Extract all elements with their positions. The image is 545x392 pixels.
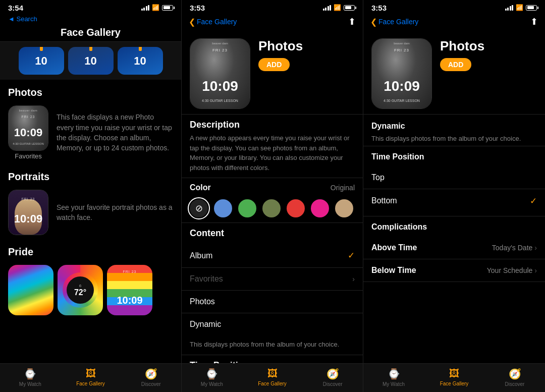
time-position-label-mid: Time Position bbox=[182, 355, 363, 364]
content-list-mid: Album ✓ Favorites › Photos Dynamic bbox=[182, 244, 363, 335]
hero-title-right: Photos bbox=[440, 38, 537, 54]
list-row-bottom[interactable]: Bottom ✓ bbox=[363, 189, 545, 213]
face-item-portraits[interactable]: FRI 23 10:09 See your favorite portrait … bbox=[0, 186, 181, 239]
list-row-top[interactable]: Top bbox=[363, 166, 545, 189]
time-position-list: Top Bottom ✓ bbox=[363, 166, 545, 213]
face-item-photos[interactable]: beaver dam FRI 23 10:09 4:30 GUITAR LESS… bbox=[0, 101, 181, 164]
my-watch-icon-right: ⌚ bbox=[388, 368, 400, 380]
hero-sub-right: 4:30 GUITAR LESSON bbox=[372, 99, 431, 102]
add-button-mid[interactable]: ADD bbox=[258, 58, 290, 71]
status-bar-mid: 3:53 📶 bbox=[182, 0, 363, 14]
face-gallery-icon-right: 🖼 bbox=[449, 368, 459, 379]
tab-my-watch-left[interactable]: ⌚ My Watch bbox=[0, 368, 61, 387]
signal-icon bbox=[141, 5, 150, 11]
status-time-right: 3:53 bbox=[371, 4, 387, 12]
discover-icon: 🧭 bbox=[145, 368, 157, 380]
tab-discover-label-right: Discover bbox=[505, 381, 525, 387]
wifi-icon-right: 📶 bbox=[516, 4, 523, 11]
description-text-mid: A new photo appears every time you raise… bbox=[182, 132, 363, 178]
tab-face-gallery-mid[interactable]: 🖼 Face Gallery bbox=[242, 368, 303, 387]
list-row-album[interactable]: Album ✓ bbox=[182, 244, 363, 268]
face-desc-portraits: See your favorite portrait photos as a w… bbox=[57, 202, 173, 223]
hero-sub-mid: 4:30 GUITAR LESSON bbox=[190, 99, 250, 102]
battery-icon-mid bbox=[344, 5, 355, 11]
watch-thumb-2[interactable]: 10 bbox=[68, 47, 114, 75]
swatch-olive-mid[interactable] bbox=[262, 199, 281, 217]
tab-bar-right: ⌚ My Watch 🖼 Face Gallery 🧭 Discover bbox=[363, 363, 545, 392]
content-title-mid: Content bbox=[182, 223, 363, 241]
face-hero-preview-right: beaver dam FRI 23 10:09 4:30 GUITAR LESS… bbox=[371, 38, 432, 109]
wifi-icon: 📶 bbox=[152, 4, 159, 11]
add-button-right[interactable]: ADD bbox=[440, 58, 471, 71]
above-time-label: Above Time bbox=[371, 243, 492, 252]
pride-thumb-3[interactable]: FRI 23 10:09 bbox=[107, 265, 152, 315]
nav-back-right[interactable]: ❮ Face Gallery bbox=[370, 17, 418, 27]
swatch-red-mid[interactable] bbox=[287, 199, 305, 217]
tab-discover-right[interactable]: 🧭 Discover bbox=[484, 368, 545, 387]
panel-mid: 3:53 📶 ❮ Face Gallery ⬆ bbox=[182, 0, 363, 392]
complication-below-time[interactable]: Below Time Your Schedule › bbox=[363, 259, 545, 282]
pride-thumb-1[interactable] bbox=[8, 265, 53, 315]
watch-thumb-1[interactable]: 10 bbox=[19, 47, 64, 75]
dynamic-section-right: Dynamic This displays photos from the al… bbox=[363, 115, 545, 146]
hero-info-mid: Photos ADD bbox=[258, 38, 355, 71]
list-row-favorites[interactable]: Favorites › bbox=[182, 268, 363, 291]
album-label: Album bbox=[190, 251, 348, 260]
tab-my-watch-label-left: My Watch bbox=[19, 381, 41, 387]
signal-icon-mid bbox=[323, 5, 332, 11]
tab-my-watch-mid[interactable]: ⌚ My Watch bbox=[182, 368, 242, 387]
search-back-left[interactable]: ◄ Search bbox=[0, 14, 181, 23]
below-time-chevron: › bbox=[534, 266, 537, 274]
pride-thumb-2[interactable]: 6 72° bbox=[58, 265, 103, 315]
face-desc-photos: This face displays a new Photo every tim… bbox=[57, 112, 173, 153]
battery-icon-right bbox=[526, 5, 537, 11]
tab-face-gallery-left[interactable]: 🖼 Face Gallery bbox=[61, 368, 121, 387]
section-photos-header: Photos bbox=[0, 80, 181, 101]
status-icons-right: 📶 bbox=[505, 4, 537, 11]
signal-icon-right bbox=[505, 5, 514, 11]
pride-row: 6 72° FRI 23 10:09 bbox=[0, 261, 181, 319]
tab-face-gallery-right[interactable]: 🖼 Face Gallery bbox=[424, 368, 484, 387]
section-pride-header: Pride bbox=[0, 239, 181, 261]
hero-info-right: Photos ADD bbox=[440, 38, 537, 71]
tab-discover-left[interactable]: 🧭 Discover bbox=[121, 368, 181, 387]
swatch-blue-mid[interactable] bbox=[214, 199, 232, 217]
favorites-chevron: › bbox=[352, 275, 355, 283]
share-button-mid[interactable]: ⬆ bbox=[348, 16, 356, 27]
watch-thumb-3[interactable]: 10 bbox=[118, 47, 163, 75]
description-title-mid: Description bbox=[182, 115, 363, 132]
tab-bar-mid: ⌚ My Watch 🖼 Face Gallery 🧭 Discover bbox=[182, 363, 363, 392]
hero-time-mid: 10:09 bbox=[190, 78, 250, 94]
panel-right: 3:53 📶 ❮ Face Gallery ⬆ bbox=[363, 0, 545, 392]
status-icons-mid: 📶 bbox=[323, 4, 355, 11]
hero-date-mid: FRI 23 bbox=[190, 48, 250, 52]
tab-my-watch-label-right: My Watch bbox=[383, 381, 405, 387]
discover-icon-right: 🧭 bbox=[509, 368, 521, 380]
tab-my-watch-right[interactable]: ⌚ My Watch bbox=[363, 368, 424, 387]
swatch-original-mid[interactable]: ⊘ bbox=[190, 199, 208, 217]
tab-discover-mid[interactable]: 🧭 Discover bbox=[302, 368, 363, 387]
status-time-mid: 3:53 bbox=[190, 4, 205, 12]
complication-above-time[interactable]: Above Time Today's Date › bbox=[363, 237, 545, 259]
section-portraits-header: Portraits bbox=[0, 164, 181, 186]
discover-icon-mid: 🧭 bbox=[326, 368, 339, 380]
my-watch-icon-mid: ⌚ bbox=[205, 368, 218, 380]
tab-discover-label-left: Discover bbox=[141, 381, 161, 387]
time-position-label-right: Time Position bbox=[371, 152, 537, 161]
beaver-label-right: beaver dam bbox=[394, 42, 410, 45]
list-row-photos-opt[interactable]: Photos bbox=[182, 291, 363, 313]
nav-back-mid[interactable]: ❮ Face Gallery bbox=[189, 17, 237, 27]
swatch-pink-mid[interactable] bbox=[311, 199, 329, 217]
face-preview-photos: beaver dam FRI 23 10:09 4:30 GUITAR LESS… bbox=[8, 105, 48, 151]
favorites-label: Favorites bbox=[190, 274, 352, 284]
face-preview-portraits: FRI 23 10:09 bbox=[8, 190, 48, 235]
nav-back-label-right: Face Gallery bbox=[378, 18, 418, 26]
face-gallery-icon-mid: 🖼 bbox=[267, 368, 278, 379]
face-hero-preview-mid: beaver dam FRI 23 10:09 4:30 GUITAR LESS… bbox=[190, 38, 250, 109]
tab-bar-left: ⌚ My Watch 🖼 Face Gallery 🧭 Discover bbox=[0, 363, 181, 392]
swatch-green-mid[interactable] bbox=[238, 199, 256, 217]
tab-face-gallery-label-left: Face Gallery bbox=[76, 381, 105, 386]
list-row-dynamic[interactable]: Dynamic bbox=[182, 313, 363, 335]
swatch-tan-mid[interactable] bbox=[335, 199, 353, 217]
share-button-right[interactable]: ⬆ bbox=[530, 16, 538, 27]
